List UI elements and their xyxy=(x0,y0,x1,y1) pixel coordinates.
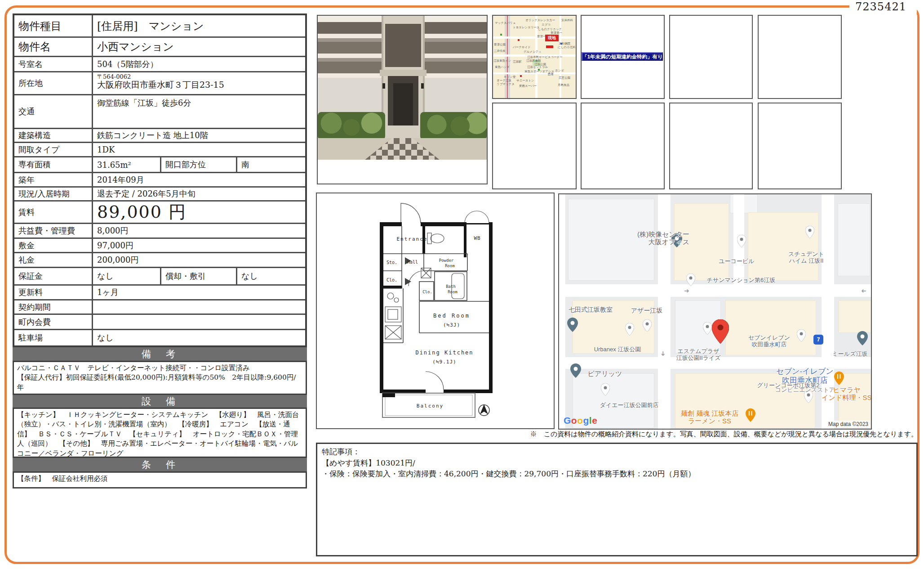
row-value xyxy=(93,315,305,329)
fp-bath-label: Bath xyxy=(446,284,456,289)
map-label: ダイエー江坂公園前店 xyxy=(589,402,670,409)
fp-balcony-label: Balcony xyxy=(417,403,444,409)
row-label: 専有面積 xyxy=(14,157,93,172)
row-value: 小西マンション xyxy=(93,38,305,56)
fp-clo2-label: Clo. xyxy=(422,290,432,294)
mini-map-label: グルメシティ xyxy=(524,50,542,54)
row-label: 礼金 xyxy=(14,253,93,267)
mini-map-label: パークサイド xyxy=(513,45,531,49)
mini-map-label: リブマックス xyxy=(497,82,515,86)
mini-map-label: オリックスレンタカー xyxy=(525,18,555,22)
row-label: 更新料 xyxy=(14,286,93,299)
map-poi-pin-icon xyxy=(625,323,634,336)
map-label: エステムプラザ 江坂公園IIライズ xyxy=(667,348,730,362)
map-label: 麺創 麺魂 江坂本店 ラーメン・SS xyxy=(667,409,752,425)
row-value xyxy=(93,300,305,314)
map-label: ピアリッツ xyxy=(582,370,627,377)
fp-bath-label-2: Room xyxy=(448,290,458,294)
row-value: 鉄筋コンクリート造 地上10階 xyxy=(93,129,305,142)
row-label: 契約期間 xyxy=(14,300,93,314)
row-value: 8,000円 xyxy=(93,224,305,237)
mini-map-label: サニーストン xyxy=(516,79,534,83)
row-value: 97,000円 xyxy=(93,239,305,252)
mini-map-label: 江坂駅 xyxy=(513,60,522,64)
mini-map-label: 月島食品 xyxy=(558,83,569,87)
one-way-arrow-icon: ➜ xyxy=(660,351,667,356)
map-poi-pin-icon xyxy=(737,235,746,247)
fp-powder-label-2: Room xyxy=(445,264,455,268)
table-row: 共益費・管理費 8,000円 xyxy=(14,224,305,239)
building-photo xyxy=(317,15,488,184)
fp-wb-label: WB xyxy=(474,235,480,241)
map-label: セブンイレブン 吹田垂水町店 xyxy=(739,335,800,348)
ref-number: 7235421 xyxy=(849,0,912,13)
row-label: 保証金 xyxy=(14,268,93,284)
map-poi-pin-icon xyxy=(805,226,814,238)
row-label-2: 開口部方位 xyxy=(160,157,237,172)
fp-bedroom-label: Bed Room xyxy=(433,313,470,319)
floor-plan-drawing: Entrance WB Sto. Hall Clo. Powder Room C… xyxy=(317,193,555,429)
map-label: ミールズ江坂 xyxy=(825,351,872,358)
mini-map-label: トヨタレンタリース xyxy=(513,26,540,30)
table-row: 契約期間 xyxy=(14,300,305,315)
row-label: 物件種目 xyxy=(14,15,93,36)
photo-placeholder xyxy=(758,103,842,189)
fp-powder-label: Powder xyxy=(439,258,454,263)
row-value: 〒564-0062 大阪府吹田市垂水町３丁目23-15 xyxy=(93,72,305,94)
row-label: 間取タイプ xyxy=(14,143,93,156)
mini-map-label: 東急ハンズ xyxy=(495,65,510,69)
table-row: 建築構造 鉄筋コンクリート造 地上10階 xyxy=(14,129,305,143)
table-row: 号室名 504（5階部分） xyxy=(14,57,305,72)
map-label: アザー江坂 xyxy=(622,307,671,314)
row-value: 2014年09月 xyxy=(93,173,305,186)
mini-map-label: ホンダ xyxy=(555,69,564,73)
photo-placeholder xyxy=(669,103,753,189)
conditions-header: 条 件 xyxy=(13,458,307,471)
table-row: 現況/入居時期 退去予定 / 2026年5月中旬 xyxy=(14,188,305,202)
mini-map-label: 西署 xyxy=(548,72,554,76)
table-row: 物件名 小西マンション xyxy=(14,38,305,57)
row-label: 敷金 xyxy=(14,239,93,252)
table-row: 間取タイプ 1DK xyxy=(14,143,305,157)
table-row: 礼金 200,000円 xyxy=(14,253,305,268)
fp-dk-size: (≒9.1J) xyxy=(432,359,456,365)
mini-map-label: 業務スーパー xyxy=(519,84,537,88)
row-value: [住居用] マンション xyxy=(93,15,305,36)
conditions-text: 【条件】 保証会社利用必須 xyxy=(13,471,307,488)
row-label: 共益費・管理費 xyxy=(14,224,93,237)
row-value-2: なし xyxy=(237,268,305,284)
map-label: 七田式江坂教室 xyxy=(559,306,622,313)
mini-map-label: 江坂東急イン xyxy=(493,59,511,63)
map-label: スチュデント ハイム 江坂II xyxy=(775,251,838,264)
table-row: 物件種目 [住居用] マンション xyxy=(14,15,305,38)
row-label: 物件名 xyxy=(14,38,93,56)
mini-map-label: 三井住友 xyxy=(494,49,506,53)
row-value: 200,000円 xyxy=(93,253,305,267)
map-label: グリーンコーポ江坂第2 xyxy=(748,382,829,389)
mini-map-label: 江坂セントラル xyxy=(527,65,548,69)
row-label: 町内会費 xyxy=(14,315,93,329)
map-label: チサンマンション第6江坂 xyxy=(694,277,788,284)
site-marker: 現地 xyxy=(545,35,559,41)
map-poi-pin-icon xyxy=(601,383,610,396)
fp-clo-label: Clo. xyxy=(386,278,397,282)
google-logo: Google xyxy=(564,415,597,426)
mini-map-label: にしの小児科 xyxy=(558,45,575,49)
floor-plan: Entrance WB Sto. Hall Clo. Powder Room C… xyxy=(316,193,555,429)
fp-hall-label: Hall xyxy=(407,260,418,264)
fp-sto-label: Sto. xyxy=(386,260,397,265)
equipment-header: 設 備 xyxy=(13,395,307,408)
remarks-text: バルコニ・ＣＡＴＶ テレビ・インターネット接続可・・コンロ設置済み 【保証人代行… xyxy=(13,361,307,395)
table-row: 保証金 なし 償却・敷引 なし xyxy=(14,268,305,286)
table-row: 賃料 89,000 円 xyxy=(14,202,305,224)
map-label: ユーコービル xyxy=(707,258,766,265)
row-label-2: 償却・敷引 xyxy=(160,268,237,284)
contract-badge: 「1年未満の短期違約金特約」有り xyxy=(582,52,663,61)
building-photo-image xyxy=(318,16,487,160)
map-pin-icon xyxy=(857,331,868,345)
table-row: 交通 御堂筋線「江坂」徒歩6分 xyxy=(14,95,305,129)
row-label: 交通 xyxy=(14,95,93,128)
fp-dk-label: Dining Kitchen xyxy=(415,349,473,356)
special-notes: 特記事項： 【めやす賃料】103021円/ ・保険：保険要加入・室内清掃費：46… xyxy=(316,443,918,556)
equipment-text: 【キッチン】 ＩＨクッキングヒーター・システムキッチン 【水廻り】 風呂・洗面台… xyxy=(13,408,307,458)
